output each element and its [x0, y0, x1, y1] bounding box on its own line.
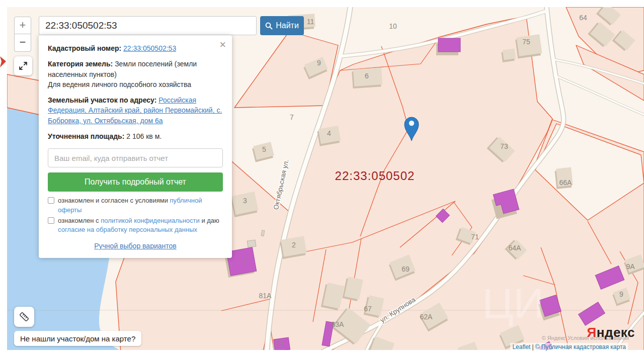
parcel-number-label: 7	[243, 256, 247, 264]
cadastral-number-link[interactable]: 22:33:050502:53	[123, 44, 176, 52]
parcel-info-popup: × Кадастровый номер: 22:33:050502:53 Кат…	[39, 35, 232, 258]
find-button-label: Найти	[276, 21, 299, 30]
zoom-in-button[interactable]: +	[14, 17, 31, 34]
search-icon	[265, 22, 273, 30]
consent-privacy-row: ознакомлен с политикой конфиденциальност…	[48, 216, 223, 234]
expand-arrows-icon	[18, 60, 29, 71]
parcel-number-label: 64	[579, 14, 587, 22]
parcel-number-label: 71	[471, 233, 479, 241]
parcel-number-label: 75	[522, 38, 530, 46]
close-icon[interactable]: ×	[219, 39, 226, 50]
offer-checkbox[interactable]	[48, 197, 54, 204]
parcel-number-label: 62А	[420, 313, 433, 321]
parcel-number-label: 7	[290, 113, 294, 121]
consent-privacy-text: ознакомлен с политикой конфиденциальност…	[58, 216, 223, 234]
privacy-policy-link[interactable]: политикой конфиденциальности	[101, 217, 200, 224]
red-marker-fragment	[0, 56, 7, 68]
parcel-number-label: 83А	[332, 320, 345, 328]
cadastral-number-label: Кадастровый номер:	[48, 44, 121, 52]
map-attribution: Leaflet|© Публичная кадастровая карта	[510, 343, 628, 351]
parcel-number-label: 73	[500, 142, 508, 150]
privacy-checkbox[interactable]	[48, 217, 54, 224]
parcel-number-label: 11	[307, 18, 314, 26]
manual-choice-link[interactable]: Ручной выбор вариантов	[48, 241, 223, 251]
cadastral-number-row: Кадастровый номер: 22:33:050502:53	[48, 43, 223, 53]
leaflet-link[interactable]: Leaflet	[512, 343, 530, 350]
parcel-number-label: 3	[243, 197, 247, 205]
measure-button[interactable]	[14, 307, 34, 327]
parcel-number-label: 81А	[259, 292, 272, 300]
fullscreen-button[interactable]	[14, 56, 32, 75]
parcel-number-label: 6	[365, 72, 369, 80]
zoom-out-button[interactable]: −	[14, 34, 31, 52]
find-button[interactable]: Найти	[260, 16, 304, 35]
zoom-control: + −	[14, 17, 31, 52]
area-row: Уточненная площадь: 2 106 кв м.	[48, 131, 223, 141]
email-field[interactable]	[48, 148, 223, 167]
ruler-icon	[18, 311, 30, 323]
watermark-text: ЦИ	[482, 280, 544, 327]
parcel-number-label: 64А	[509, 244, 522, 252]
parcel-number-label: 67	[364, 305, 372, 313]
parcel-number-label: 9А	[626, 262, 635, 271]
yandex-logo: Яндекс	[587, 325, 635, 340]
search-input[interactable]	[39, 16, 257, 35]
parcel-number-label: 10	[389, 22, 397, 30]
area-label: Уточненная площадь:	[48, 132, 124, 140]
address-label: Земельный участок по адресу:	[48, 96, 156, 104]
consent-offer-text: ознакомлен и согласен с условиями публич…	[58, 196, 223, 214]
land-category-row: Категория земель: Земли поселений (земли…	[48, 59, 223, 90]
cadastral-quarter-label: 22:33:050502	[335, 169, 415, 183]
parcel-number-label: 2	[292, 241, 296, 249]
parcel-number-label: 69	[401, 265, 410, 273]
not-found-hint[interactable]: Не нашли участок/дом на карте?	[14, 331, 141, 346]
parcel-number-label: 81	[276, 339, 284, 347]
land-use-note: Для ведения личного подсобного хозяйства	[48, 80, 191, 89]
provider-link[interactable]: © Публичная кадастровая карта	[535, 343, 626, 350]
get-report-button[interactable]: Получить подробный отчет	[48, 172, 223, 192]
parcel-number-label: 66А	[559, 179, 573, 187]
cadastral-map-app: ЦИ 11106475967457366А327164А6981А6762А83…	[0, 0, 644, 353]
personal-data-link[interactable]: согласие на обработку персональных данны…	[58, 226, 197, 233]
address-row: Земельный участок по адресу: Российская …	[48, 95, 223, 126]
parcel-number-label: 4	[327, 129, 331, 137]
parcel-number-label: 9	[619, 290, 623, 298]
land-category-label: Категория земель:	[48, 60, 113, 68]
parcel-number-label: 5	[262, 145, 266, 153]
parcel-number-label: 9	[317, 59, 321, 67]
consent-offer-row: ознакомлен и согласен с условиями публич…	[48, 196, 223, 214]
area-value: 2 106 кв м.	[126, 132, 162, 140]
